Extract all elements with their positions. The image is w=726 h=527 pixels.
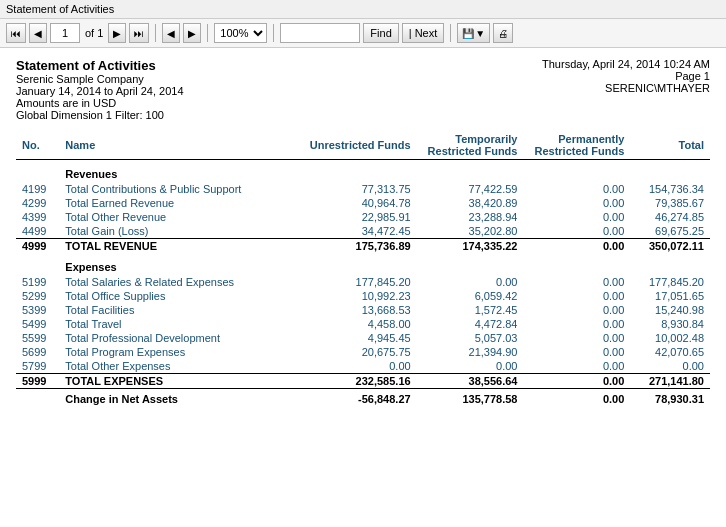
table-row: 5399 Total Facilities 13,668.53 1,572.45… [16,303,710,317]
report-header: Statement of Activities Serenic Sample C… [16,58,710,121]
row-unrestricted: 34,472.45 [283,224,417,239]
row-perm: 0.00 [523,182,630,196]
row-perm: 0.00 [523,289,630,303]
row-temp: 0.00 [417,275,524,289]
row-name: Total Program Expenses [59,345,282,359]
page-number-input[interactable] [50,23,80,43]
change-row: Change in Net Assets -56,848.27 135,778.… [16,389,710,407]
report-table: No. Name Unrestricted Funds Temporarily … [16,131,710,406]
table-row: 5499 Total Travel 4,458.00 4,472.84 0.00… [16,317,710,331]
row-no: 5699 [16,345,59,359]
row-temp: 21,394.90 [417,345,524,359]
row-temp: 77,422.59 [417,182,524,196]
row-total: 177,845.20 [630,275,710,289]
total-row: 4999 TOTAL REVENUE 175,736.89 174,335.22… [16,239,710,254]
row-name: TOTAL REVENUE [59,239,282,254]
row-temp: 6,059.42 [417,289,524,303]
row-unrestricted: 20,675.75 [283,345,417,359]
row-total: 46,274.85 [630,210,710,224]
row-temp: 4,472.84 [417,317,524,331]
row-unrestricted: 175,736.89 [283,239,417,254]
table-row: 4199 Total Contributions & Public Suppor… [16,182,710,196]
row-no: 5499 [16,317,59,331]
find-button[interactable]: Find [363,23,398,43]
row-unrestricted: 40,964.78 [283,196,417,210]
report-area: Statement of Activities Serenic Sample C… [0,48,726,416]
zoom-select[interactable]: 50% 75% 100% 125% 150% 200% [214,23,267,43]
row-name: Total Other Revenue [59,210,282,224]
row-temp: 38,420.89 [417,196,524,210]
first-page-button[interactable]: ⏮ [6,23,26,43]
find-input[interactable] [280,23,360,43]
row-perm: 0.00 [523,210,630,224]
separator-2 [207,24,208,42]
row-unrestricted: 177,845.20 [283,275,417,289]
table-header-row: No. Name Unrestricted Funds Temporarily … [16,131,710,160]
report-user: SERENIC\MTHAYER [542,82,710,94]
row-temp: 174,335.22 [417,239,524,254]
section-label: Expenses [59,253,710,275]
col-header-perm: Permanently Restricted Funds [523,131,630,160]
row-total: 271,141.80 [630,374,710,389]
row-no: 5799 [16,359,59,374]
last-page-button[interactable]: ⏭ [129,23,149,43]
row-name: Total Salaries & Related Expenses [59,275,282,289]
section-no [16,253,59,275]
row-no: 5399 [16,303,59,317]
row-total: 17,051.65 [630,289,710,303]
prev-page-button[interactable]: ◀ [29,23,47,43]
row-unrestricted: 232,585.16 [283,374,417,389]
row-temp: 5,057.03 [417,331,524,345]
row-no: 4399 [16,210,59,224]
report-header-right: Thursday, April 24, 2014 10:24 AM Page 1… [542,58,710,121]
export-icon: 💾 [462,28,474,39]
export-button[interactable]: 💾 ▼ [457,23,490,43]
row-name: Total Travel [59,317,282,331]
report-title: Statement of Activities [16,58,184,73]
print-icon: 🖨 [498,28,508,39]
row-name: Change in Net Assets [59,389,282,407]
row-name: Total Contributions & Public Support [59,182,282,196]
total-row: 5999 TOTAL EXPENSES 232,585.16 38,556.64… [16,374,710,389]
print-button[interactable]: 🖨 [493,23,513,43]
find-next-button[interactable]: | Next [402,23,445,43]
row-total: 15,240.98 [630,303,710,317]
row-no: 4299 [16,196,59,210]
table-row: 5199 Total Salaries & Related Expenses 1… [16,275,710,289]
row-unrestricted: -56,848.27 [283,389,417,407]
report-date-range: January 14, 2014 to April 24, 2014 [16,85,184,97]
row-total: 8,930.84 [630,317,710,331]
row-unrestricted: 77,313.75 [283,182,417,196]
row-unrestricted: 0.00 [283,359,417,374]
col-header-total: Total [630,131,710,160]
row-no: 5599 [16,331,59,345]
report-currency: Amounts are in USD [16,97,184,109]
toolbar: ⏮ ◀ of 1 ▶ ⏭ ◀ ▶ 50% 75% 100% 125% 150% … [0,19,726,48]
row-total: 42,070.65 [630,345,710,359]
title-bar-label: Statement of Activities [6,3,114,15]
row-temp: 38,556.64 [417,374,524,389]
row-perm: 0.00 [523,345,630,359]
back-button[interactable]: ◀ [162,23,180,43]
row-perm: 0.00 [523,196,630,210]
row-unrestricted: 4,945.45 [283,331,417,345]
export-dropdown-icon: ▼ [475,28,485,39]
row-total: 154,736.34 [630,182,710,196]
row-temp: 23,288.94 [417,210,524,224]
row-temp: 1,572.45 [417,303,524,317]
row-temp: 135,778.58 [417,389,524,407]
table-row: 5299 Total Office Supplies 10,992.23 6,0… [16,289,710,303]
section-no [16,160,59,183]
table-row: 5799 Total Other Expenses 0.00 0.00 0.00… [16,359,710,374]
next-page-button[interactable]: ▶ [108,23,126,43]
row-total: 350,072.11 [630,239,710,254]
section-row: Revenues [16,160,710,183]
row-no: 4199 [16,182,59,196]
report-filter: Global Dimension 1 Filter: 100 [16,109,184,121]
row-total: 69,675.25 [630,224,710,239]
forward-button[interactable]: ▶ [183,23,201,43]
col-header-temp: Temporarily Restricted Funds [417,131,524,160]
col-header-name: Name [59,131,282,160]
row-total: 10,002.48 [630,331,710,345]
row-total: 79,385.67 [630,196,710,210]
